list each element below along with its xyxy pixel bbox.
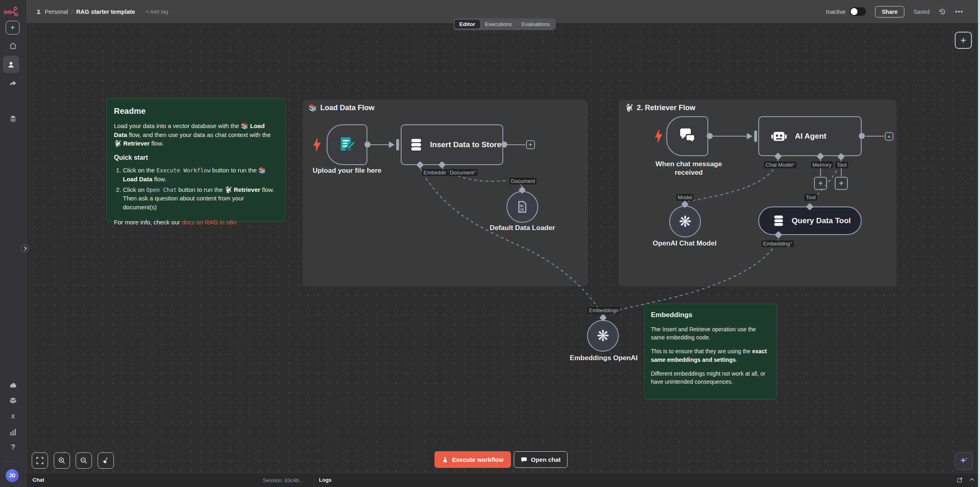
sidebar-item-stack[interactable] bbox=[0, 115, 26, 123]
embeddings-note-title: Embeddings bbox=[651, 310, 770, 320]
add-tool-button[interactable]: + bbox=[835, 177, 848, 190]
sidebar-item-templates[interactable] bbox=[0, 396, 26, 404]
openai-logo-icon: ❋ bbox=[679, 214, 691, 229]
open-chat-button[interactable]: Open chat bbox=[514, 451, 567, 468]
port-label-document-required: Document* bbox=[448, 169, 478, 176]
node-embeddings-openai[interactable]: ❋ bbox=[587, 320, 619, 352]
logs-panel-tab[interactable]: Logs bbox=[319, 477, 332, 483]
zoom-out-icon bbox=[80, 457, 87, 464]
activate-toggle[interactable] bbox=[850, 7, 866, 16]
sidebar-item-home[interactable] bbox=[0, 42, 26, 50]
box-icon bbox=[9, 396, 17, 404]
database-icon bbox=[772, 214, 785, 227]
history-icon bbox=[939, 8, 946, 15]
breadcrumb-separator: / bbox=[71, 9, 73, 15]
zoom-in-button[interactable] bbox=[54, 452, 70, 469]
cloud-icon bbox=[9, 381, 17, 389]
node-label-default-loader: Default Data Loader bbox=[490, 224, 555, 232]
node-upload-file-trigger[interactable] bbox=[327, 124, 367, 165]
add-tag-button[interactable]: + Add tag bbox=[146, 9, 168, 15]
screen-edge-strip bbox=[978, 0, 980, 487]
breadcrumb: Personal / RAG starter template + Add ta… bbox=[36, 0, 168, 23]
share-button[interactable]: Share bbox=[875, 6, 905, 17]
sidebar-item-cloud[interactable] bbox=[0, 381, 26, 389]
node-openai-chat-model[interactable]: ❋ bbox=[669, 206, 701, 237]
logs-panel-controls bbox=[957, 476, 975, 483]
execute-workflow-button[interactable]: Execute workflow bbox=[434, 451, 511, 468]
left-sidebar: + x bbox=[0, 0, 26, 487]
books-emoji-icon: 📚 bbox=[308, 104, 317, 112]
zoom-out-button[interactable] bbox=[76, 452, 92, 469]
readme-step-2: Click on Open Chat button to run the 🐩 R… bbox=[123, 185, 278, 211]
open-in-popup-icon[interactable] bbox=[957, 477, 963, 483]
node-default-data-loader[interactable]: 01 10 bbox=[506, 191, 538, 223]
readme-note-intro: Load your data into a vector database wi… bbox=[114, 122, 278, 148]
sidebar-item-insights[interactable] bbox=[0, 428, 26, 436]
add-node-after-insert-button[interactable]: + bbox=[526, 140, 535, 149]
ai-assistant-button[interactable] bbox=[955, 452, 973, 470]
tab-executions[interactable]: Executions bbox=[480, 20, 517, 28]
dog-emoji-icon: 🐩 bbox=[625, 104, 633, 112]
upload-output-handle[interactable] bbox=[364, 141, 371, 148]
workflow-title[interactable]: RAG starter template bbox=[76, 9, 135, 15]
openai-logo-icon: ❋ bbox=[596, 328, 609, 344]
zoom-to-fit-button[interactable] bbox=[32, 452, 48, 469]
insert-output-handle[interactable] bbox=[501, 141, 507, 148]
more-options-button[interactable]: ••• bbox=[955, 8, 963, 16]
trigger-bolt-icon bbox=[312, 137, 321, 152]
port-label-embeddings: Embeddings bbox=[587, 307, 620, 314]
node-chat-trigger[interactable] bbox=[666, 116, 708, 156]
node-ai-agent[interactable]: AI Agent bbox=[758, 116, 862, 156]
binary-file-icon: 01 10 bbox=[515, 200, 529, 214]
panel-divider bbox=[314, 473, 314, 487]
node-query-data-tool[interactable]: Query Data Tool bbox=[758, 207, 862, 235]
add-node-button[interactable]: + bbox=[955, 32, 972, 49]
sidebar-item-variables[interactable]: x bbox=[0, 411, 26, 420]
chevron-up-icon[interactable] bbox=[969, 476, 975, 483]
chat-bubbles-icon bbox=[678, 126, 697, 146]
insert-port-labels: Embeddir Document* bbox=[422, 169, 478, 176]
new-workflow-button[interactable]: + bbox=[6, 21, 20, 35]
tidy-up-button[interactable] bbox=[98, 452, 114, 469]
person-icon bbox=[36, 9, 41, 15]
sidebar-item-shared[interactable] bbox=[0, 79, 26, 87]
add-node-after-agent-button[interactable]: + bbox=[885, 132, 893, 141]
sidebar-item-personal[interactable] bbox=[3, 56, 19, 73]
node-title-query-tool: Query Data Tool bbox=[792, 216, 851, 225]
port-label-document: Document bbox=[509, 178, 537, 185]
view-tabs: Editor Executions Evaluations bbox=[454, 18, 556, 30]
history-button[interactable] bbox=[939, 8, 946, 15]
ai-agent-output-handle[interactable] bbox=[859, 133, 865, 139]
database-icon bbox=[409, 137, 423, 152]
node-label-upload: Upload your file here bbox=[312, 167, 381, 175]
fit-view-icon bbox=[36, 457, 44, 464]
readme-quick-start-heading: Quick start bbox=[114, 153, 278, 163]
node-title-insert: Insert Data to Store bbox=[430, 140, 501, 149]
svg-text:10: 10 bbox=[520, 208, 524, 211]
tab-evaluations[interactable]: Evaluations bbox=[517, 20, 555, 28]
add-memory-button[interactable]: + bbox=[814, 177, 827, 190]
help-icon: ? bbox=[11, 443, 15, 452]
embeddings-note[interactable]: Embeddings The Insert and Retrieve opera… bbox=[644, 304, 777, 400]
expand-panel-button[interactable] bbox=[21, 244, 29, 252]
zoom-in-icon bbox=[58, 457, 65, 464]
sidebar-item-help[interactable]: ? bbox=[0, 443, 26, 452]
chat-bubble-icon bbox=[521, 457, 527, 463]
header-right-controls: Inactive Share Saved ••• bbox=[826, 0, 963, 23]
chevron-right-icon bbox=[24, 246, 27, 250]
broom-icon bbox=[102, 457, 109, 464]
readme-note[interactable]: Readme Load your data into a vector data… bbox=[106, 98, 286, 222]
node-insert-data-to-store[interactable]: Insert Data to Store bbox=[401, 124, 503, 165]
breadcrumb-project[interactable]: Personal bbox=[45, 9, 68, 15]
chat-panel-tab[interactable]: Chat bbox=[33, 477, 44, 483]
readme-more-info[interactable]: For more info, check our docs on RAG in … bbox=[114, 218, 278, 226]
chat-trigger-output-handle[interactable] bbox=[707, 133, 713, 139]
user-avatar[interactable]: JD bbox=[6, 469, 19, 482]
share-arrow-icon bbox=[9, 79, 17, 87]
n8n-logo bbox=[4, 5, 20, 17]
node-label-embeddings-openai: Embeddings OpenAI bbox=[570, 354, 637, 362]
toggle-knob bbox=[851, 8, 858, 15]
embeddings-note-p2: This is to ensure that they are using th… bbox=[651, 347, 770, 364]
person-icon bbox=[7, 61, 15, 69]
tab-editor[interactable]: Editor bbox=[454, 20, 480, 28]
